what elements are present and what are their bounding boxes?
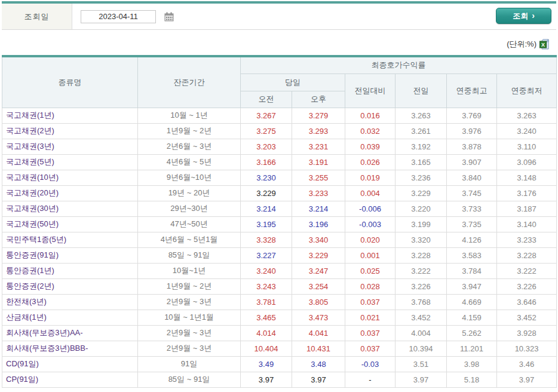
change-cell: 0.025 (345, 263, 395, 278)
table-row: 통안증권(91일)85일 ~ 91일3.2273.2290.0013.2283.… (2, 247, 557, 263)
prev-yield-cell: 3.768 (395, 294, 447, 310)
search-button[interactable]: 조회 › (496, 8, 551, 24)
maturity-cell: 91일 (138, 356, 241, 372)
prev-yield-cell: 3.263 (395, 108, 447, 123)
col-header-prev: 전일 (395, 74, 447, 108)
year-high-cell: 5.18 (447, 372, 497, 387)
am-yield-cell: 3.214 (241, 201, 292, 216)
bond-name-cell: 회사채(무보증3년)BBB- (2, 341, 138, 356)
change-cell: 0.039 (345, 139, 395, 154)
year-high-cell: 4.126 (447, 232, 497, 247)
year-high-cell: 3.583 (447, 247, 497, 263)
rates-table-header: 종류명 잔존기간 최종호가수익률 당일 전일대비 전일 연중최고 연중최저 오전… (2, 56, 557, 108)
year-low-cell: 3.263 (497, 108, 557, 123)
am-yield-cell: 3.195 (241, 216, 292, 232)
col-header-type: 종류명 (2, 56, 138, 108)
am-yield-cell: 3.230 (241, 170, 292, 185)
maturity-cell: 85일 ~ 91일 (138, 372, 241, 387)
change-cell: 0.026 (345, 154, 395, 170)
year-low-cell: 10.323 (497, 341, 557, 356)
col-header-year-low: 연중최저 (497, 74, 557, 108)
bond-name-cell: 통안증권(1년) (2, 263, 138, 278)
pm-yield-cell: 3.247 (292, 263, 345, 278)
table-row: 국민주택1종(5년)4년6월 ~ 5년1월3.3283.3400.0203.32… (2, 232, 557, 247)
year-low-cell: 3.187 (497, 201, 557, 216)
maturity-cell: 10월 ~ 1년 (138, 108, 241, 123)
bond-name-cell: CP(91일) (2, 372, 138, 387)
pm-yield-cell: 3.340 (292, 232, 345, 247)
rates-table-body: 국고채권(1년)10월 ~ 1년3.2673.2790.0163.2633.76… (2, 108, 557, 387)
year-high-cell: 3.840 (447, 170, 497, 185)
year-high-cell: 3.784 (447, 263, 497, 278)
change-cell: -0.03 (345, 356, 395, 372)
year-low-cell: 3.222 (497, 263, 557, 278)
col-header-pm: 오후 (292, 91, 345, 108)
pm-yield-cell: 3.293 (292, 123, 345, 139)
col-header-maturity: 잔존기간 (138, 56, 241, 108)
query-date-label: 조회일 (24, 11, 50, 22)
table-row: CP(91일)85일 ~ 91일3.973.97-3.975.183.97 (2, 372, 557, 387)
table-row: 국고채권(50년)47년~50년3.1953.196-0.0033.1993.7… (2, 216, 557, 232)
change-cell: 0.028 (345, 278, 395, 294)
bond-name-cell: CD(91일) (2, 356, 138, 372)
pm-yield-cell: 3.254 (292, 278, 345, 294)
units-row: (단위:%) X (507, 37, 551, 51)
maturity-cell: 9년6월~10년 (138, 170, 241, 185)
bond-name-cell: 국고채권(10년) (2, 170, 138, 185)
bond-name-cell: 국고채권(1년) (2, 108, 138, 123)
am-yield-cell: 4.014 (241, 325, 292, 341)
query-date-label-cell: 조회일 (2, 4, 72, 29)
excel-icon-glyph: X (539, 38, 551, 50)
calendar-icon[interactable] (164, 11, 174, 22)
maturity-cell: 10월~1년 (138, 263, 241, 278)
maturity-cell: 1년9월 ~ 2년 (138, 123, 241, 139)
prev-yield-cell: 3.222 (395, 263, 447, 278)
rates-table: 종류명 잔존기간 최종호가수익률 당일 전일대비 전일 연중최고 연중최저 오전… (2, 55, 557, 388)
year-low-cell: 3.233 (497, 232, 557, 247)
change-cell: 0.016 (345, 108, 395, 123)
prev-yield-cell: 3.97 (395, 372, 447, 387)
year-high-cell: 3.735 (447, 216, 497, 232)
table-row: 국고채권(1년)10월 ~ 1년3.2673.2790.0163.2633.76… (2, 108, 557, 123)
am-yield-cell: 3.166 (241, 154, 292, 170)
table-row: 국고채권(5년)4년6월 ~ 5년3.1663.1910.0263.1653.9… (2, 154, 557, 170)
year-low-cell: 3.240 (497, 123, 557, 139)
col-header-today: 당일 (241, 74, 345, 91)
change-cell: -0.003 (345, 216, 395, 232)
bond-name-cell: 국고채권(3년) (2, 139, 138, 154)
table-row: 한전채(3년)2년9월 ~ 3년3.7813.8050.0373.7684.66… (2, 294, 557, 310)
year-low-cell: 3.46 (497, 356, 557, 372)
prev-yield-cell: 3.228 (395, 247, 447, 263)
col-header-year-high: 연중최고 (447, 74, 497, 108)
year-high-cell: 3.769 (447, 108, 497, 123)
am-yield-cell: 10.404 (241, 341, 292, 356)
query-bar: 조회일 (2, 1, 556, 30)
maturity-cell: 2년6월 ~ 3년 (138, 139, 241, 154)
change-cell: 0.037 (345, 325, 395, 341)
table-row: 통안증권(2년)1년9월 ~ 2년3.2433.2540.0283.2263.9… (2, 278, 557, 294)
year-high-cell: 4.669 (447, 294, 497, 310)
units-label: (단위:%) (507, 39, 536, 50)
change-cell: 0.037 (345, 294, 395, 310)
date-input[interactable] (81, 10, 156, 23)
am-yield-cell: 3.328 (241, 232, 292, 247)
pm-yield-cell: 10.431 (292, 341, 345, 356)
pm-yield-cell: 3.255 (292, 170, 345, 185)
prev-yield-cell: 4.004 (395, 325, 447, 341)
year-high-cell: 3.733 (447, 201, 497, 216)
pm-yield-cell: 3.279 (292, 108, 345, 123)
maturity-cell: 19년 ~ 20년 (138, 185, 241, 201)
year-high-cell: 11.201 (447, 341, 497, 356)
maturity-cell: 4년6월 ~ 5년1월 (138, 232, 241, 247)
year-high-cell: 3.878 (447, 139, 497, 154)
table-row: 회사채(무보증3년)BBB-2년9월 ~ 3년10.40410.4310.037… (2, 341, 557, 356)
pm-yield-cell: 3.214 (292, 201, 345, 216)
change-cell: 0.032 (345, 123, 395, 139)
year-high-cell: 4.159 (447, 310, 497, 325)
year-high-cell: 3.745 (447, 185, 497, 201)
excel-icon[interactable]: X (539, 38, 551, 50)
year-low-cell: 3.97 (497, 372, 557, 387)
prev-yield-cell: 3.261 (395, 123, 447, 139)
year-low-cell: 3.148 (497, 170, 557, 185)
prev-yield-cell: 3.320 (395, 232, 447, 247)
